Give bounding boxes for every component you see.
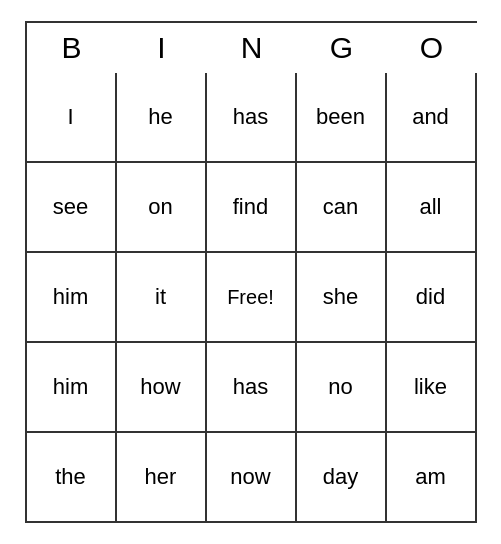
bingo-cell-r1-c3: can [297,163,387,253]
bingo-cell-r1-c4: all [387,163,477,253]
bingo-cell-r2-c2: Free! [207,253,297,343]
bingo-cell-r1-c1: on [117,163,207,253]
header-cell-i: I [117,23,207,73]
bingo-cell-r0-c4: and [387,73,477,163]
bingo-cell-r0-c3: been [297,73,387,163]
bingo-cell-r0-c2: has [207,73,297,163]
bingo-cell-r1-c2: find [207,163,297,253]
bingo-cell-r2-c0: him [27,253,117,343]
bingo-cell-r4-c1: her [117,433,207,523]
bingo-row-4: thehernowdayam [27,433,477,523]
bingo-row-1: seeonfindcanall [27,163,477,253]
header-cell-n: N [207,23,297,73]
bingo-cell-r2-c1: it [117,253,207,343]
bingo-row-3: himhowhasnolike [27,343,477,433]
bingo-cell-r3-c0: him [27,343,117,433]
bingo-cell-r0-c0: I [27,73,117,163]
bingo-card: BINGO IhehasbeenandseeonfindcanallhimitF… [25,21,477,523]
bingo-cell-r0-c1: he [117,73,207,163]
header-cell-b: B [27,23,117,73]
header-cell-o: O [387,23,477,73]
bingo-cell-r3-c1: how [117,343,207,433]
bingo-cell-r3-c4: like [387,343,477,433]
bingo-row-2: himitFree!shedid [27,253,477,343]
bingo-cell-r2-c4: did [387,253,477,343]
bingo-cell-r4-c4: am [387,433,477,523]
bingo-row-0: Ihehasbeenand [27,73,477,163]
bingo-cell-r3-c2: has [207,343,297,433]
bingo-cell-r4-c0: the [27,433,117,523]
header-cell-g: G [297,23,387,73]
bingo-cell-r4-c2: now [207,433,297,523]
bingo-cell-r4-c3: day [297,433,387,523]
bingo-cell-r2-c3: she [297,253,387,343]
header-row: BINGO [27,23,477,73]
bingo-cell-r1-c0: see [27,163,117,253]
bingo-cell-r3-c3: no [297,343,387,433]
